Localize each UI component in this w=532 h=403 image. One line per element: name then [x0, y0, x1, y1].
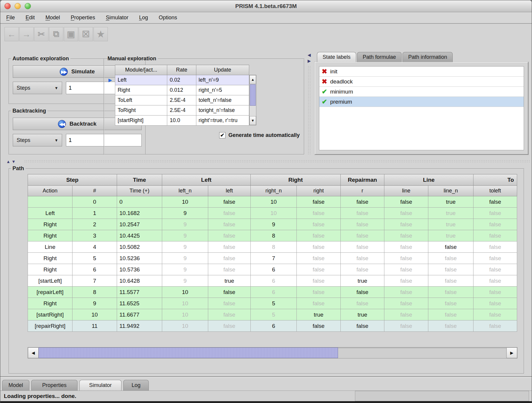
path-cell[interactable]: 11	[72, 320, 117, 332]
path-row[interactable]: [repairRight]1111.949210false6falsefalse…	[28, 320, 517, 332]
menu-properties[interactable]: Properties	[71, 15, 95, 21]
manual-cell[interactable]: 0.02	[167, 75, 196, 85]
path-cell[interactable]: false	[341, 241, 384, 253]
manual-cell[interactable]: 2.5E-4	[167, 95, 196, 105]
path-cell[interactable]: 0	[72, 196, 117, 208]
path-cell[interactable]: true	[428, 196, 473, 208]
path-cell[interactable]: true	[341, 309, 384, 320]
path-cell[interactable]: false	[473, 264, 517, 275]
path-cell[interactable]: true	[341, 275, 384, 287]
menu-model[interactable]: Model	[45, 15, 60, 21]
path-cell[interactable]: 10.5082	[117, 241, 162, 253]
path-cell[interactable]: 8	[251, 241, 297, 253]
path-row[interactable]: Right911.652510false5falsefalsefalsefals…	[28, 298, 517, 309]
path-cell[interactable]: false	[341, 287, 384, 298]
path-cell[interactable]: false	[384, 219, 428, 230]
path-cell[interactable]: 0	[117, 196, 162, 208]
path-cell[interactable]: false	[473, 230, 517, 241]
path-cell[interactable]: false	[428, 275, 473, 287]
path-cell[interactable]: 10.5236	[117, 253, 162, 264]
path-cell[interactable]: false	[384, 309, 428, 320]
path-col-header[interactable]: line	[384, 186, 428, 196]
path-cell[interactable]: false	[208, 230, 251, 241]
path-cell[interactable]: false	[341, 253, 384, 264]
path-cell[interactable]: 9	[162, 230, 208, 241]
path-cell[interactable]: Right	[28, 219, 72, 230]
manual-cell[interactable]: [startRight]	[115, 116, 167, 126]
path-cell[interactable]: false	[297, 208, 341, 219]
path-col-header[interactable]: Action	[28, 186, 72, 196]
path-cell[interactable]: Left	[28, 208, 72, 219]
path-cell[interactable]: false	[297, 287, 341, 298]
path-cell[interactable]: 6	[72, 264, 117, 275]
path-horizontal-scrollbar[interactable]: ◀ ▶	[28, 347, 517, 358]
manual-cell[interactable]: 2.5E-4	[167, 105, 196, 116]
path-cell[interactable]: true	[428, 219, 473, 230]
path-cell[interactable]: false	[473, 298, 517, 309]
path-row[interactable]: [startRight]1011.667710false5truetruefal…	[28, 309, 517, 320]
path-cell[interactable]: false	[341, 219, 384, 230]
path-cell[interactable]: [startRight]	[28, 309, 72, 320]
delete-x-button[interactable]: ☒	[79, 27, 93, 41]
path-cell[interactable]: 11.6525	[117, 298, 162, 309]
path-cell[interactable]: [repairLeft]	[28, 287, 72, 298]
path-cell[interactable]: 8	[251, 230, 297, 241]
scroll-up-button[interactable]: ▲	[250, 75, 256, 84]
path-cell[interactable]: 10	[162, 196, 208, 208]
path-cell[interactable]: 7	[72, 275, 117, 287]
collapse-left-icon[interactable]: ◀	[306, 52, 312, 58]
path-cell[interactable]: false	[473, 287, 517, 298]
path-cell[interactable]: false	[384, 208, 428, 219]
path-cell[interactable]: 10	[72, 309, 117, 320]
state-label-item[interactable]: ✔minimum	[319, 87, 524, 97]
path-row[interactable]: Right210.25479false9falsefalsefalsetruef…	[28, 219, 517, 230]
path-cell[interactable]: 11.6677	[117, 309, 162, 320]
manual-table-scrollbar[interactable]: ▲ ▼	[249, 75, 256, 125]
path-cell[interactable]: 10	[251, 208, 297, 219]
path-cell[interactable]: 10	[162, 309, 208, 320]
path-row[interactable]: [repairLeft]811.557710false6falsefalsefa…	[28, 287, 517, 298]
path-cell[interactable]: 6	[251, 320, 297, 332]
manual-exploration-row[interactable]: ToLeft2.5E-4toleft_n'=false	[115, 95, 249, 105]
manual-cell[interactable]: Left	[115, 75, 167, 85]
tab-state-labels[interactable]: State labels	[317, 52, 356, 62]
path-cell[interactable]: true	[208, 275, 251, 287]
scroll-down-button[interactable]: ▼	[250, 116, 256, 125]
simulate-steps-combobox[interactable]: Steps ▼	[13, 82, 62, 94]
path-cell[interactable]: 2	[72, 219, 117, 230]
generate-time-checkbox[interactable]: ✔	[219, 132, 225, 138]
scrollbar-track[interactable]	[250, 106, 256, 116]
path-cell[interactable]: 9	[162, 253, 208, 264]
vertical-splitter[interactable]: ◀ ▶	[306, 52, 312, 154]
path-cell[interactable]: Right	[28, 253, 72, 264]
path-cell[interactable]: false	[297, 298, 341, 309]
path-cell[interactable]: false	[473, 309, 517, 320]
path-cell[interactable]: false	[428, 264, 473, 275]
path-cell[interactable]: 3	[72, 230, 117, 241]
menu-log[interactable]: Log	[139, 15, 148, 21]
horizontal-splitter[interactable]: ▲▼	[2, 159, 530, 164]
path-row[interactable]: Right510.52369false7falsefalsefalsefalse…	[28, 253, 517, 264]
path-cell[interactable]: false	[428, 287, 473, 298]
path-cell[interactable]: 10.4425	[117, 230, 162, 241]
path-col-header[interactable]: line_n	[428, 186, 473, 196]
cut-scissors-button[interactable]: ✂	[34, 27, 48, 41]
manual-col-header[interactable]: Rate	[167, 65, 196, 75]
manual-cell[interactable]: toleft_n'=false	[196, 95, 249, 105]
path-cell[interactable]: 11.9492	[117, 320, 162, 332]
path-cell[interactable]: 10.6428	[117, 275, 162, 287]
manual-cell[interactable]: Right	[115, 85, 167, 95]
path-cell[interactable]: false	[208, 241, 251, 253]
path-cell[interactable]: 7	[251, 253, 297, 264]
path-col-header[interactable]: left_n	[162, 186, 208, 196]
path-row[interactable]: Right310.44259false8falsefalsefalsetruef…	[28, 230, 517, 241]
path-cell[interactable]: 9	[251, 219, 297, 230]
path-cell[interactable]	[28, 196, 72, 208]
menu-file[interactable]: File	[6, 15, 15, 21]
bottom-tab-properties[interactable]: Properties	[31, 380, 78, 391]
path-cell[interactable]: false	[341, 230, 384, 241]
path-cell[interactable]: 1	[72, 208, 117, 219]
path-cell[interactable]: false	[341, 264, 384, 275]
path-cell[interactable]: false	[473, 320, 517, 332]
path-cell[interactable]: false	[384, 275, 428, 287]
